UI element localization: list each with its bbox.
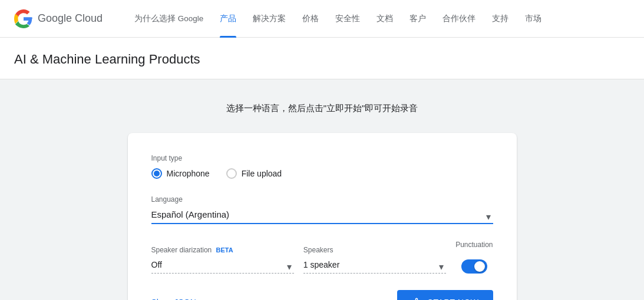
- speakers-label: Speakers: [303, 246, 446, 254]
- page-title: AI & Machine Learning Products: [14, 52, 630, 67]
- language-select-wrapper: Español (Argentina) English (US) 中文 (普通话…: [151, 209, 493, 224]
- navbar: Google Cloud 为什么选择 Google 产品 解决方案 价格 安全性…: [0, 0, 644, 38]
- diarization-select[interactable]: Off On: [151, 260, 294, 269]
- logo[interactable]: Google Cloud: [14, 9, 103, 28]
- input-type-label: Input type: [151, 154, 493, 162]
- punctuation-label: Punctuation: [455, 241, 493, 249]
- nav-item-why-google[interactable]: 为什么选择 Google: [126, 0, 212, 38]
- speakers-select[interactable]: 1 speaker 2 speakers 3 speakers: [303, 260, 446, 269]
- nav-links: 为什么选择 Google 产品 解决方案 价格 安全性 文档 客户 合作伙伴 支…: [126, 0, 550, 38]
- toggle-slider: [461, 259, 487, 274]
- start-now-button[interactable]: START NOW: [397, 290, 493, 300]
- subtitle: 选择一种语言，然后点击"立即开始"即可开始录音: [14, 103, 630, 114]
- nav-item-products[interactable]: 产品: [212, 0, 245, 38]
- nav-item-pricing[interactable]: 价格: [294, 0, 327, 38]
- microphone-option[interactable]: Microphone: [151, 168, 210, 179]
- language-label: Language: [151, 195, 493, 204]
- nav-item-solutions[interactable]: 解决方案: [245, 0, 294, 38]
- diarization-label: Speaker diarization BETA: [151, 246, 294, 254]
- language-select[interactable]: Español (Argentina) English (US) 中文 (普通话…: [151, 209, 493, 219]
- beta-badge: BETA: [216, 246, 233, 254]
- nav-item-docs[interactable]: 文档: [368, 0, 401, 38]
- logo-text: Google Cloud: [38, 12, 103, 25]
- file-upload-label: File upload: [242, 169, 282, 178]
- main-content: 选择一种语言，然后点击"立即开始"即可开始录音 Input type Micro…: [0, 79, 644, 300]
- nav-item-market[interactable]: 市场: [517, 0, 550, 38]
- microphone-radio[interactable]: [151, 168, 162, 179]
- nav-item-support[interactable]: 支持: [484, 0, 517, 38]
- punctuation-group: Punctuation: [455, 241, 493, 274]
- show-json-button[interactable]: Show JSON ▾: [151, 298, 203, 300]
- page-title-bar: AI & Machine Learning Products: [0, 38, 644, 79]
- nav-item-customers[interactable]: 客户: [401, 0, 434, 38]
- start-now-label: START NOW: [428, 298, 479, 300]
- nav-item-partners[interactable]: 合作伙伴: [434, 0, 484, 38]
- show-json-chevron-icon: ▾: [199, 298, 203, 300]
- radio-group: Microphone File upload: [151, 168, 493, 179]
- show-json-label: Show JSON: [151, 298, 196, 300]
- microphone-label: Microphone: [167, 169, 210, 178]
- file-upload-option[interactable]: File upload: [226, 168, 282, 179]
- settings-card: Input type Microphone File upload Langua…: [128, 133, 517, 300]
- speakers-select-wrapper: 1 speaker 2 speakers 3 speakers ▾: [303, 260, 446, 274]
- diarization-group: Speaker diarization BETA Off On ▾: [151, 246, 294, 274]
- microphone-icon: [411, 297, 422, 300]
- punctuation-toggle[interactable]: [461, 259, 487, 274]
- bottom-row: Speaker diarization BETA Off On ▾ Speake…: [151, 241, 493, 274]
- language-group: Language Español (Argentina) English (US…: [151, 195, 493, 224]
- speakers-group: Speakers 1 speaker 2 speakers 3 speakers…: [303, 246, 446, 274]
- input-type-group: Input type Microphone File upload: [151, 154, 493, 179]
- footer-row: Show JSON ▾ START NOW: [151, 290, 493, 300]
- nav-item-security[interactable]: 安全性: [327, 0, 368, 38]
- file-upload-radio[interactable]: [226, 168, 237, 179]
- google-cloud-logo-icon: [14, 9, 33, 28]
- diarization-select-wrapper: Off On ▾: [151, 260, 294, 274]
